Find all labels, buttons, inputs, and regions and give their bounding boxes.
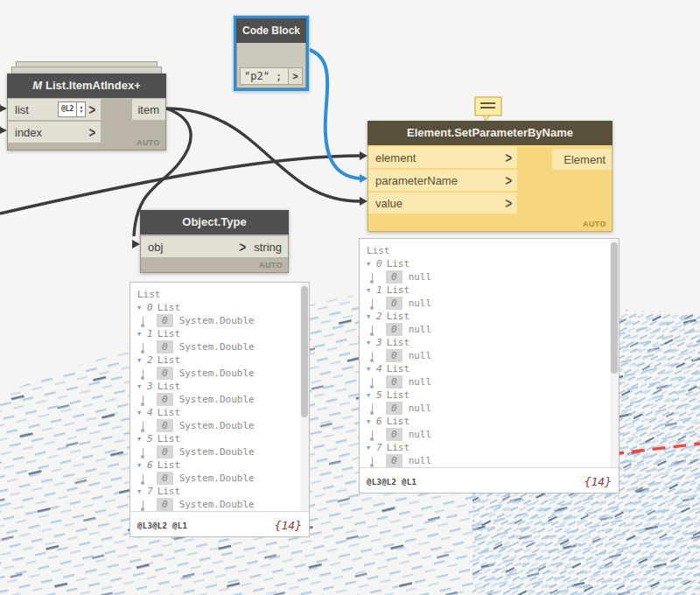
input-port-index[interactable]: index > [8, 122, 101, 143]
item-pin-icon [372, 430, 373, 438]
port-chevron-icon: > [505, 195, 512, 212]
output-port-item[interactable]: item [132, 99, 165, 120]
expand-triangle-icon[interactable]: ▼ [137, 433, 147, 446]
item-pin-icon [143, 448, 144, 456]
preview-scrollbar[interactable] [610, 240, 619, 467]
node-title[interactable]: Object.Type [140, 210, 289, 234]
item-index-badge: 0 [386, 454, 402, 467]
list-label: List [387, 389, 410, 401]
preview-tree: List▼0List0System.Double▼1List0System.Do… [130, 283, 300, 511]
item-value: System.Double [179, 446, 255, 458]
expand-triangle-icon[interactable]: ▼ [367, 311, 376, 324]
list-label: List [387, 258, 410, 270]
preview-row: ▼5List [137, 432, 300, 445]
data-preview-setparameter[interactable]: List▼0List0null▼1List0null▼2List0null▼3L… [359, 238, 620, 494]
item-pin-icon [143, 317, 144, 325]
expand-triangle-icon[interactable]: ▼ [367, 258, 376, 271]
list-label: List [158, 433, 181, 444]
expand-triangle-icon[interactable]: ▼ [137, 328, 147, 341]
item-value: System.Double [179, 472, 255, 484]
expand-triangle-icon[interactable]: ▼ [137, 407, 147, 420]
list-index: 7 [147, 485, 153, 498]
expand-triangle-icon[interactable]: ▼ [137, 459, 147, 472]
expand-triangle-icon[interactable]: ▼ [367, 337, 376, 350]
preview-footer: @L3@L2 @L1 {14} [360, 467, 619, 493]
preview-row: 0null [367, 349, 610, 362]
scrollbar-thumb[interactable] [301, 286, 308, 417]
item-index-badge: 0 [157, 498, 173, 511]
preview-row: 0System.Double [137, 393, 300, 406]
input-port-obj[interactable]: obj > [141, 236, 251, 257]
node-title[interactable]: Code Block [236, 18, 306, 43]
item-value: null [409, 350, 432, 361]
list-label: List [158, 328, 181, 340]
node-title[interactable]: MList.ItemAtIndex+ [7, 74, 166, 98]
item-pin-icon [143, 369, 144, 377]
item-index-badge: 0 [157, 393, 173, 406]
node-object-type[interactable]: Object.Type obj > string AUTO [140, 210, 289, 273]
dynamo-workspace-canvas[interactable]: MList.ItemAtIndex+ list @L2 ▲ ▼ > index … [0, 0, 700, 595]
input-port-value[interactable]: value > [368, 192, 517, 214]
output-port-string[interactable]: string [251, 236, 288, 257]
lacing-mode-label[interactable]: AUTO [259, 261, 283, 270]
output-port-codeblock[interactable]: > [288, 67, 303, 85]
preview-scrollbar[interactable] [300, 284, 309, 511]
node-warning-note-icon[interactable] [474, 96, 504, 122]
port-chevron-icon: > [505, 172, 512, 189]
list-label: List [158, 486, 181, 497]
expand-triangle-icon[interactable]: ▼ [367, 416, 376, 429]
item-index-badge: 0 [157, 340, 173, 354]
port-chevron-icon: > [88, 102, 95, 118]
list-label: List [158, 302, 181, 313]
item-value: System.Double [179, 368, 255, 379]
preview-row: 0System.Double [137, 498, 300, 511]
preview-row: 0null [367, 454, 610, 467]
expand-triangle-icon[interactable]: ▼ [367, 389, 376, 402]
expand-triangle-icon[interactable]: ▼ [367, 363, 376, 376]
data-preview-object-type[interactable]: List▼0List0System.Double▼1List0System.Do… [130, 282, 310, 537]
item-value: System.Double [179, 394, 255, 405]
preview-row: ▼5List [367, 388, 610, 402]
node-element-setparameterbyname[interactable]: Element.SetParameterByName element > par… [368, 121, 612, 232]
list-index: 4 [147, 406, 153, 419]
expand-triangle-icon[interactable]: ▼ [367, 442, 376, 455]
lacing-mode-label[interactable]: AUTO [583, 220, 606, 228]
list-index: 2 [147, 354, 153, 367]
preview-row: 0null [367, 428, 610, 441]
spinner-down-icon[interactable]: ▼ [77, 109, 85, 114]
list-index: 3 [376, 336, 382, 349]
expand-triangle-icon[interactable]: ▼ [137, 302, 147, 315]
input-port-element[interactable]: element > [368, 147, 517, 168]
input-port-parametername[interactable]: parameterName > [368, 170, 517, 191]
lacing-level-control[interactable]: @L2 ▲ ▼ [58, 102, 86, 117]
item-pin-icon [143, 422, 144, 430]
item-index-badge: 0 [386, 270, 402, 284]
input-port-list[interactable]: list @L2 ▲ ▼ > [8, 99, 101, 120]
node-list-itematindex[interactable]: MList.ItemAtIndex+ list @L2 ▲ ▼ > index … [7, 74, 166, 150]
item-value: System.Double [179, 341, 255, 353]
wire-arrow-parametername [360, 174, 368, 183]
node-code-block[interactable]: Code Block "p2" ; > [234, 16, 309, 91]
item-index-badge: 0 [157, 367, 173, 380]
preview-row: ▼3List [367, 336, 610, 349]
expand-triangle-icon[interactable]: ▼ [137, 486, 147, 499]
lacing-spinner[interactable]: ▲ ▼ [76, 102, 85, 116]
expand-triangle-icon[interactable]: ▼ [137, 381, 147, 394]
list-label: List [387, 311, 410, 322]
item-index-badge: 0 [157, 419, 173, 432]
code-block-input[interactable]: "p2" ; [240, 67, 290, 85]
node-title[interactable]: Element.SetParameterByName [368, 121, 612, 145]
item-pin-icon [372, 457, 373, 465]
expand-triangle-icon[interactable]: ▼ [367, 284, 376, 298]
preview-row: ▼1List [367, 284, 610, 297]
lacing-mode-label[interactable]: AUTO [136, 138, 160, 147]
list-label: List [158, 381, 181, 392]
preview-root-label: List [367, 245, 390, 256]
list-index: 4 [376, 362, 382, 375]
item-index-badge: 0 [386, 375, 402, 388]
scrollbar-thumb[interactable] [611, 242, 618, 374]
preview-row: ▼7List [367, 441, 610, 454]
expand-triangle-icon[interactable]: ▼ [137, 354, 147, 368]
output-port-element-result[interactable]: Element [552, 149, 612, 170]
list-index: 1 [147, 327, 153, 340]
